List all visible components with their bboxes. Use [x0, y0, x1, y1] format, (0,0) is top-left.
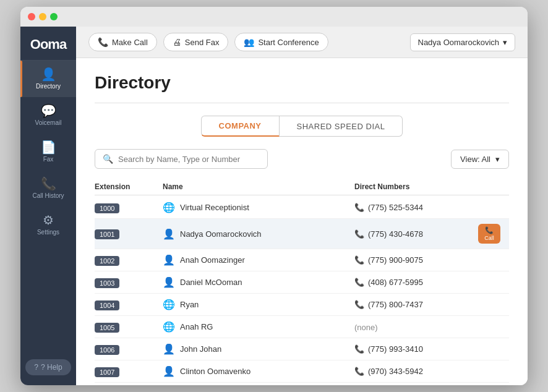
- tab-company[interactable]: COMPANY: [201, 116, 280, 137]
- ext-cell: 1005: [95, 322, 163, 333]
- th-name: Name: [163, 182, 354, 191]
- phone-cell: 📞 (775) 800-7437: [354, 300, 478, 309]
- sidebar-item-settings[interactable]: ⚙ Settings: [20, 207, 76, 243]
- phone-number: (775) 525-5344: [368, 203, 423, 212]
- number-cell: (none): [354, 322, 478, 333]
- number-cell: 📞 (775) 800-7437: [354, 300, 478, 309]
- view-chevron-icon: ▾: [495, 155, 500, 164]
- make-call-label: Make Call: [112, 38, 148, 47]
- name-cell: 🌐 Ryan: [163, 299, 354, 310]
- close-btn[interactable]: [28, 13, 35, 20]
- name-cell: 👤 Anah Oomazinger: [163, 254, 354, 266]
- help-icon: ?: [34, 363, 38, 372]
- phone-icon: 📞: [354, 278, 364, 287]
- minimize-btn[interactable]: [39, 13, 46, 20]
- number-cell: 📞 (775) 430-4678: [354, 229, 478, 239]
- ext-badge: 1003: [95, 278, 119, 288]
- help-button[interactable]: ? ? Help: [25, 359, 71, 375]
- phone-icon: 📞: [354, 367, 364, 376]
- settings-icon: ⚙: [43, 214, 54, 226]
- ext-cell: 1007: [95, 366, 163, 377]
- search-input[interactable]: [118, 155, 260, 164]
- logo-area: Ooma: [20, 27, 76, 61]
- phone-cell: 📞 (970) 343-5942: [354, 367, 478, 376]
- chevron-down-icon: ▾: [503, 38, 507, 47]
- help-label: ? Help: [41, 363, 62, 372]
- row-name: Nadya Oomarockovich: [180, 229, 262, 239]
- row-name: John Johan: [180, 344, 221, 354]
- table-row: 1002 👤 Anah Oomazinger 📞 (775) 900-9075: [95, 249, 509, 271]
- sidebar: Ooma 👤 Directory 💬 Voicemail 📄 Fax 📞 Cal…: [20, 27, 76, 385]
- th-action: [478, 182, 509, 191]
- ext-cell: 1004: [95, 299, 163, 310]
- table-header: Extension Name Direct Numbers: [95, 179, 509, 195]
- phone-icon: 📞: [354, 344, 364, 354]
- table-row: 1005 🌐 Anah RG (none): [95, 316, 509, 338]
- make-call-icon: 📞: [98, 37, 108, 47]
- sidebar-item-directory[interactable]: 👤 Directory: [20, 61, 76, 97]
- person-icon: 👤: [163, 228, 175, 240]
- row-name: Ryan: [180, 300, 199, 309]
- ext-badge: 1001: [95, 229, 119, 239]
- number-none: (none): [354, 323, 378, 332]
- sidebar-item-directory-label: Directory: [36, 83, 61, 90]
- person-icon: 👤: [163, 343, 175, 355]
- table-row: 1003 👤 Daniel McOoman 📞 (408) 677-5995: [95, 271, 509, 294]
- name-cell: 🌐 Anah RG: [163, 321, 354, 333]
- sidebar-item-fax[interactable]: 📄 Fax: [20, 134, 76, 170]
- table-row: 1001 👤 Nadya Oomarockovich 📞 (775) 430-4…: [95, 219, 509, 249]
- view-dropdown[interactable]: View: All ▾: [451, 150, 509, 169]
- call-history-icon: 📞: [41, 177, 56, 190]
- toolbar: 🔍 View: All ▾: [95, 149, 509, 169]
- send-fax-button[interactable]: 🖨 Send Fax: [163, 33, 229, 51]
- call-button[interactable]: 📞 Call: [478, 224, 500, 244]
- table-row: 1004 🌐 Ryan 📞 (775) 800-7437: [95, 294, 509, 316]
- phone-icon: 📞: [354, 229, 364, 239]
- maximize-btn[interactable]: [50, 13, 58, 20]
- app-body: Ooma 👤 Directory 💬 Voicemail 📄 Fax 📞 Cal…: [20, 27, 528, 385]
- divider: [95, 103, 509, 103]
- name-cell: 👤 John Johan: [163, 343, 354, 355]
- sidebar-bottom: ? ? Help: [20, 359, 76, 385]
- ext-badge: 1006: [95, 345, 119, 355]
- ext-cell: 1001: [95, 228, 163, 239]
- person-icon: 👤: [163, 365, 175, 377]
- phone-number: (775) 800-7437: [368, 300, 423, 309]
- sidebar-item-fax-label: Fax: [43, 156, 54, 163]
- th-direct-numbers: Direct Numbers: [354, 182, 478, 191]
- start-conference-icon: 👥: [244, 37, 254, 47]
- person-icon: 👤: [163, 276, 175, 288]
- phone-cell: 📞 (775) 993-3410: [354, 344, 478, 354]
- table-row: 1008 👤 Susan Ellis 📞 (530) 405-2228: [95, 383, 509, 385]
- person-icon: 🌐: [163, 299, 175, 310]
- call-btn-icon: 📞: [485, 226, 494, 234]
- row-name: Anah RG: [180, 322, 213, 331]
- th-extension: Extension: [95, 182, 163, 191]
- ext-badge: 1000: [95, 203, 119, 213]
- number-cell: 📞 (408) 677-5995: [354, 278, 478, 287]
- number-cell: 📞 (970) 343-5942: [354, 367, 478, 376]
- view-label: View: All: [460, 155, 490, 164]
- number-cell: 📞 (775) 993-3410: [354, 344, 478, 354]
- phone-number: (775) 430-4678: [368, 229, 423, 239]
- sidebar-item-voicemail[interactable]: 💬 Voicemail: [20, 97, 76, 134]
- logo: Ooma: [30, 36, 66, 53]
- ext-badge: 1005: [95, 323, 119, 333]
- main-content: 📞 Make Call 🖨 Send Fax 👥 Start Conferenc…: [76, 27, 528, 385]
- tab-shared-speed-dial[interactable]: SHARED SPEED DIAL: [280, 116, 403, 137]
- number-cell: 📞 (775) 900-9075: [354, 255, 478, 265]
- number-cell: 📞 (775) 525-5344: [354, 203, 478, 212]
- sidebar-item-call-history[interactable]: 📞 Call History: [20, 170, 76, 207]
- row-name: Anah Oomazinger: [180, 255, 245, 265]
- page-content: Directory COMPANY SHARED SPEED DIAL 🔍 Vi…: [76, 58, 528, 385]
- make-call-button[interactable]: 📞 Make Call: [88, 33, 157, 51]
- name-cell: 👤 Nadya Oomarockovich: [163, 228, 354, 240]
- person-icon: 🌐: [163, 202, 175, 213]
- row-name: Clinton Oomavenko: [180, 367, 250, 376]
- page-title: Directory: [95, 73, 509, 93]
- start-conference-button[interactable]: 👥 Start Conference: [234, 33, 328, 51]
- name-cell: 🌐 Virtual Receptionist: [163, 202, 354, 213]
- phone-cell: 📞 (775) 900-9075: [354, 255, 478, 265]
- user-dropdown[interactable]: Nadya Oomarockovich ▾: [410, 33, 516, 51]
- row-name: Virtual Receptionist: [180, 203, 249, 212]
